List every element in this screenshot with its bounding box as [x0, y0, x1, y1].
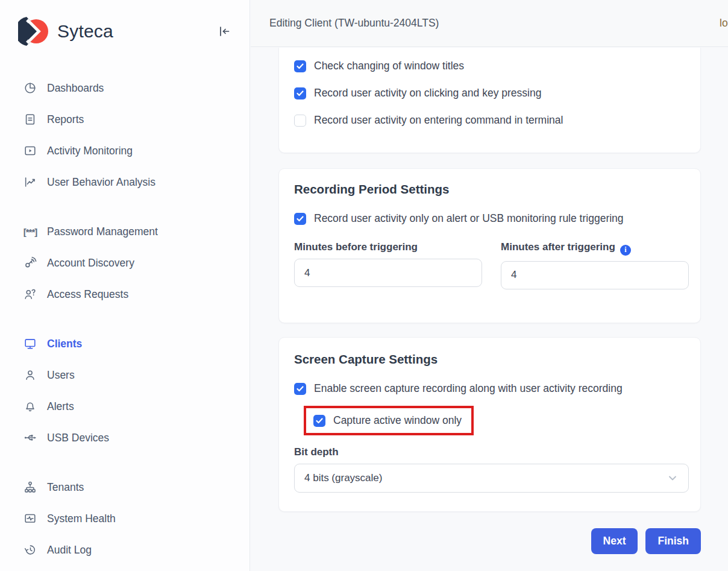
sidebar-item-label: System Health [47, 513, 116, 525]
enable-screen-capture-checkbox[interactable] [294, 383, 306, 395]
checkmark-icon [297, 63, 304, 69]
sidebar-item-label: Users [47, 369, 75, 382]
sidebar-item-password-management[interactable]: [***] Password Management [0, 216, 249, 247]
minutes-fields-row: Minutes before triggering Minutes after … [294, 241, 685, 289]
system-health-icon [23, 511, 37, 526]
alerts-icon [23, 399, 37, 414]
sidebar-item-label: Access Requests [47, 288, 128, 301]
header-right-clipped-text[interactable]: lo [720, 17, 728, 30]
checkbox-row-enable-screen-capture: Enable screen capture recording along wi… [294, 382, 685, 395]
app-window: Syteca Dashboards [0, 0, 728, 571]
minutes-before-field: Minutes before triggering [294, 241, 482, 289]
checkbox-label: Record user activity on clicking and key… [314, 87, 541, 99]
bit-depth-select[interactable]: 4 bits (grayscale) [294, 464, 689, 493]
sidebar-item-reports[interactable]: Reports [0, 104, 249, 135]
sidebar-item-label: Password Management [47, 226, 158, 238]
screen-capture-settings-card: Screen Capture Settings Enable screen ca… [278, 337, 701, 512]
sidebar-nav: Dashboards Reports Activity Monitoring [0, 72, 249, 566]
sidebar-item-label: Clients [47, 338, 82, 350]
checkbox-label: Capture active window only [333, 414, 462, 427]
sidebar-item-usb-devices[interactable]: USB Devices [0, 422, 249, 453]
card-title: Recording Period Settings [294, 182, 685, 197]
minutes-before-input[interactable] [294, 259, 482, 287]
main-content: Check changing of window titles Record u… [251, 48, 728, 571]
checkbox-row-terminal-command: Record user activity on entering command… [294, 114, 685, 127]
account-discovery-icon [23, 256, 37, 270]
users-icon [23, 368, 37, 382]
wizard-actions: Next Finish [278, 528, 701, 554]
syteca-logo-icon [18, 16, 49, 47]
minutes-after-field: Minutes after triggeringi [501, 241, 689, 289]
sidebar-item-label: Audit Log [47, 544, 92, 557]
nav-group-pam: [***] Password Management Account Discov… [0, 216, 249, 310]
chevron-down-icon [667, 472, 679, 484]
sidebar-item-label: Tenants [47, 481, 84, 494]
audit-log-icon [23, 543, 37, 557]
sidebar-item-system-health[interactable]: System Health [0, 503, 249, 534]
checkbox-label: Record user activity on entering command… [314, 114, 563, 127]
reports-icon [23, 112, 37, 127]
sidebar-item-dashboards[interactable]: Dashboards [0, 72, 249, 104]
sidebar-item-label: USB Devices [47, 432, 109, 444]
general-settings-card: Check changing of window titles Record u… [278, 48, 701, 153]
sidebar-item-users[interactable]: Users [0, 359, 249, 391]
page-header: Editing Client (TW-ubuntu-2404LTS) lo [251, 0, 728, 47]
sidebar-item-audit-log[interactable]: Audit Log [0, 534, 249, 566]
record-on-trigger-checkbox[interactable] [294, 213, 306, 225]
red-annotation-box: Capture active window only [304, 406, 474, 435]
clients-icon [23, 336, 37, 351]
checkmark-icon [316, 418, 323, 424]
minutes-before-label: Minutes before triggering [294, 241, 482, 253]
recording-period-settings-card: Recording Period Settings Record user ac… [278, 168, 701, 323]
record-click-keypress-checkbox[interactable] [294, 87, 306, 99]
sidebar-item-activity-monitoring[interactable]: Activity Monitoring [0, 135, 249, 166]
check-window-titles-checkbox[interactable] [294, 60, 306, 72]
capture-active-window-checkbox[interactable] [313, 415, 325, 427]
checkbox-row-click-keypress: Record user activity on clicking and key… [294, 87, 685, 99]
sidebar-header: Syteca [0, 0, 249, 47]
sidebar-item-label: Alerts [47, 400, 74, 413]
tenants-icon [23, 480, 37, 494]
checkbox-label: Enable screen capture recording along wi… [314, 382, 623, 395]
sidebar-item-label: Activity Monitoring [47, 145, 133, 157]
next-button[interactable]: Next [591, 528, 638, 554]
sidebar-item-clients[interactable]: Clients [0, 328, 249, 359]
checkbox-row-record-on-trigger: Record user activity only on alert or US… [294, 212, 685, 225]
nav-group-analytics: Dashboards Reports Activity Monitoring [0, 72, 249, 198]
brand-logo: Syteca [18, 16, 113, 47]
bit-depth-selected-value: 4 bits (grayscale) [304, 472, 382, 484]
checkbox-row-window-titles: Check changing of window titles [294, 60, 685, 72]
password-management-icon: [***] [23, 224, 37, 239]
sidebar-item-tenants[interactable]: Tenants [0, 472, 249, 503]
info-icon[interactable]: i [620, 245, 631, 256]
user-behavior-analysis-icon [23, 175, 37, 189]
activity-monitoring-icon [23, 144, 37, 158]
nav-group-system: Tenants System Health Audit Log [0, 472, 249, 566]
sidebar-item-access-requests[interactable]: Access Requests [0, 279, 249, 310]
checkbox-row-capture-active-window: Capture active window only [313, 414, 462, 427]
checkmark-icon [297, 216, 304, 222]
usb-devices-icon [23, 431, 37, 445]
sidebar: Syteca Dashboards [0, 0, 250, 571]
sidebar-item-label: Dashboards [47, 82, 104, 95]
checkbox-label: Record user activity only on alert or US… [314, 212, 624, 225]
sidebar-item-account-discovery[interactable]: Account Discovery [0, 247, 249, 279]
minutes-after-input[interactable] [501, 261, 689, 289]
checkbox-label: Check changing of window titles [314, 60, 464, 72]
page-title: Editing Client (TW-ubuntu-2404LTS) [269, 17, 439, 30]
sidebar-item-label: User Behavior Analysis [47, 176, 155, 189]
dashboards-icon [23, 81, 37, 95]
access-requests-icon [23, 287, 37, 301]
sidebar-item-label: Reports [47, 113, 84, 126]
card-title: Screen Capture Settings [294, 352, 685, 367]
sidebar-item-label: Account Discovery [47, 257, 134, 270]
nav-group-endpoints: Clients Users Alerts [0, 328, 249, 453]
brand-name: Syteca [57, 21, 113, 42]
minutes-after-label: Minutes after triggeringi [501, 241, 689, 256]
finish-button[interactable]: Finish [645, 528, 701, 554]
sidebar-item-user-behavior-analysis[interactable]: User Behavior Analysis [0, 166, 249, 198]
collapse-sidebar-icon[interactable] [216, 24, 231, 39]
checkmark-icon [297, 386, 304, 392]
record-terminal-command-checkbox[interactable] [294, 115, 306, 127]
sidebar-item-alerts[interactable]: Alerts [0, 391, 249, 422]
